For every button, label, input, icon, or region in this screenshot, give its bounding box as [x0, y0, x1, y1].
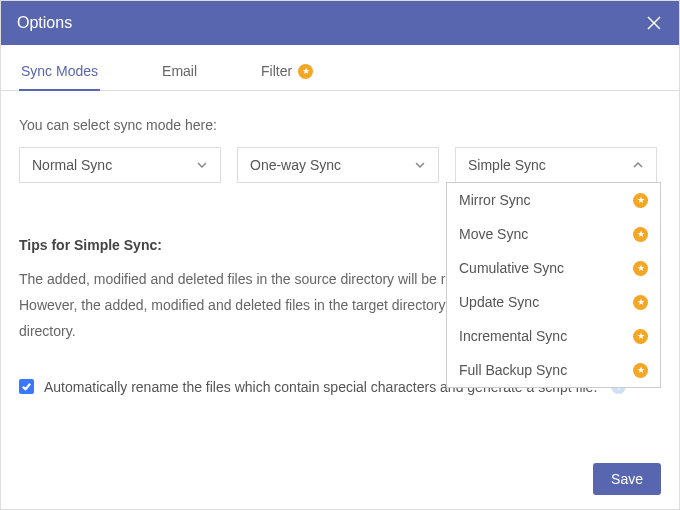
auto-rename-checkbox[interactable] [19, 379, 34, 394]
dialog-title: Options [17, 14, 72, 32]
tab-email[interactable]: Email [160, 57, 199, 91]
dropdown-item-label: Cumulative Sync [459, 260, 564, 276]
save-button[interactable]: Save [593, 463, 661, 495]
select-row: Normal Sync One-way Sync Simple Sync [19, 147, 661, 183]
content-pane: You can select sync mode here: Normal Sy… [1, 91, 679, 413]
select-normal-sync[interactable]: Normal Sync [19, 147, 221, 183]
options-dialog: Options Sync Modes Email Filter You can … [0, 0, 680, 510]
chevron-up-icon [632, 159, 644, 171]
tab-filter[interactable]: Filter [259, 57, 315, 91]
dropdown-item-incremental-sync[interactable]: Incremental Sync [447, 319, 660, 353]
titlebar: Options [1, 1, 679, 45]
hint-text: You can select sync mode here: [19, 117, 661, 133]
dropdown-item-label: Incremental Sync [459, 328, 567, 344]
star-icon [633, 295, 648, 310]
chevron-down-icon [196, 159, 208, 171]
select-label: One-way Sync [250, 157, 341, 173]
select-one-way-sync[interactable]: One-way Sync [237, 147, 439, 183]
tips-line: directory. [19, 323, 76, 339]
select-label: Simple Sync [468, 157, 546, 173]
dropdown-item-label: Move Sync [459, 226, 528, 242]
star-icon [633, 227, 648, 242]
sync-mode-dropdown: Mirror Sync Move Sync Cumulative Sync Up… [446, 182, 661, 388]
dropdown-item-mirror-sync[interactable]: Mirror Sync [447, 183, 660, 217]
tips-line: However, the added, modified and deleted… [19, 297, 459, 313]
tab-sync-modes[interactable]: Sync Modes [19, 57, 100, 91]
select-label: Normal Sync [32, 157, 112, 173]
tab-label: Sync Modes [21, 63, 98, 79]
dropdown-item-full-backup-sync[interactable]: Full Backup Sync [447, 353, 660, 387]
dropdown-item-label: Mirror Sync [459, 192, 531, 208]
star-icon [633, 363, 648, 378]
star-icon [298, 64, 313, 79]
tab-bar: Sync Modes Email Filter [1, 45, 679, 91]
close-icon[interactable] [645, 14, 663, 32]
tips-line: The added, modified and deleted files in… [19, 271, 461, 287]
footer: Save [593, 463, 661, 495]
star-icon [633, 329, 648, 344]
dropdown-item-label: Update Sync [459, 294, 539, 310]
chevron-down-icon [414, 159, 426, 171]
star-icon [633, 261, 648, 276]
dropdown-item-cumulative-sync[interactable]: Cumulative Sync [447, 251, 660, 285]
dropdown-item-update-sync[interactable]: Update Sync [447, 285, 660, 319]
star-icon [633, 193, 648, 208]
dropdown-item-label: Full Backup Sync [459, 362, 567, 378]
select-simple-sync[interactable]: Simple Sync [455, 147, 657, 183]
dropdown-item-move-sync[interactable]: Move Sync [447, 217, 660, 251]
tab-label: Filter [261, 63, 292, 79]
tab-label: Email [162, 63, 197, 79]
